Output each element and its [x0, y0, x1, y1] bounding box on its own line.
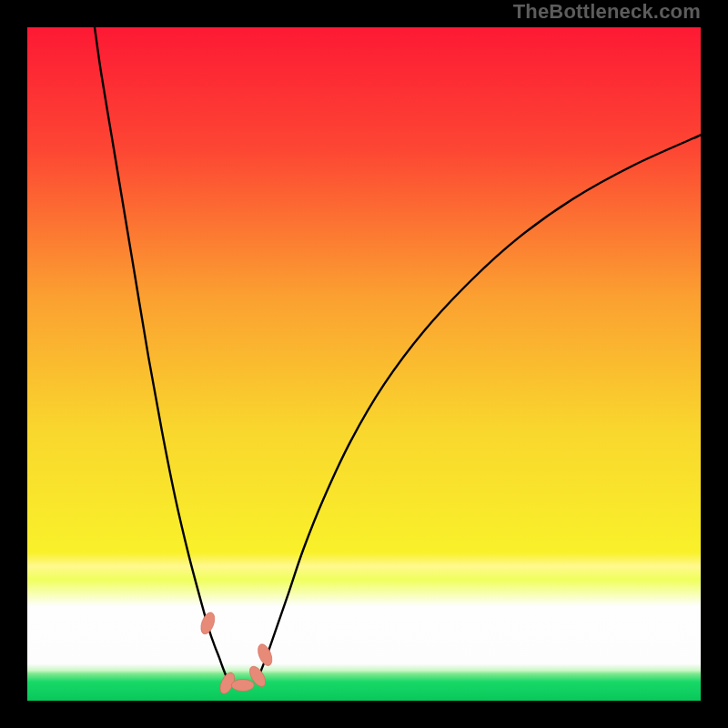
plot-area	[27, 27, 701, 701]
background-gradient	[27, 27, 701, 701]
chart-stage: TheBottleneck.com	[0, 0, 728, 728]
watermark-text: TheBottleneck.com	[513, 2, 701, 22]
svg-rect-0	[27, 27, 701, 701]
